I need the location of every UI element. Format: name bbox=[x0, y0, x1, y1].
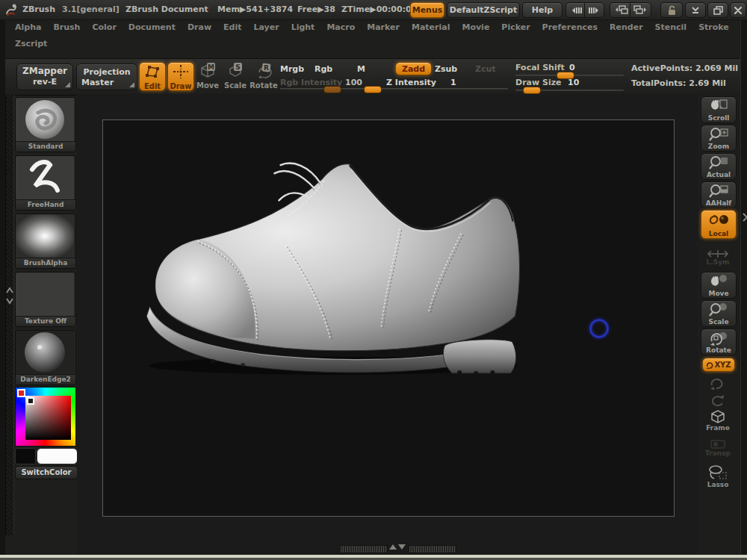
zmapper-button[interactable]: ZMapper rev-E bbox=[16, 63, 73, 90]
sv-selector[interactable] bbox=[27, 397, 34, 405]
secondary-color-swatch[interactable] bbox=[37, 448, 78, 464]
xyz-button[interactable]: XYZ bbox=[702, 358, 735, 372]
menu-material[interactable]: Material bbox=[412, 22, 450, 34]
restore-button[interactable] bbox=[707, 2, 728, 18]
right-shelf: Scroll Zoom Actual AAHalf bbox=[699, 94, 740, 556]
canvas-scroll-down-icon[interactable] bbox=[398, 544, 406, 550]
rgb-intensity-slider-handle[interactable] bbox=[323, 86, 341, 93]
scroll-label: Scroll bbox=[708, 114, 730, 122]
intensity-slider-track[interactable] bbox=[280, 88, 508, 90]
rgb-toggle[interactable]: Rgb bbox=[314, 64, 332, 74]
left-tray-divider[interactable] bbox=[5, 95, 14, 535]
menu-macro[interactable]: Macro bbox=[326, 22, 355, 34]
draw-button[interactable]: Draw bbox=[167, 62, 194, 91]
actual-button[interactable]: Actual bbox=[701, 153, 737, 180]
projection-master-button[interactable]: Projection Master bbox=[76, 63, 137, 90]
color-picker[interactable] bbox=[15, 387, 76, 447]
move-button[interactable]: M Move bbox=[196, 62, 220, 90]
dock-move-button[interactable]: Move bbox=[701, 272, 737, 299]
main-color-swatch[interactable] bbox=[15, 448, 36, 464]
alpha-thumbnail bbox=[16, 214, 74, 258]
menu-preferences[interactable]: Preferences bbox=[542, 22, 598, 34]
menu-color[interactable]: Color bbox=[92, 22, 116, 34]
menu-picker[interactable]: Picker bbox=[501, 22, 530, 34]
default-zscript-button[interactable]: DefaultZScript bbox=[447, 2, 520, 18]
scale-button[interactable]: S Scale bbox=[223, 62, 247, 90]
material-thumbnail-darkenedge bbox=[16, 331, 74, 374]
right-tray-divider[interactable] bbox=[740, 19, 747, 555]
menu-bar: Alpha Brush Color Document Draw Edit Lay… bbox=[15, 22, 702, 34]
rotate-button[interactable]: R Rotate bbox=[251, 62, 276, 90]
z-intensity-value: 1 bbox=[450, 78, 456, 87]
zadd-button[interactable]: Zadd bbox=[395, 62, 432, 75]
menu-light[interactable]: Light bbox=[291, 22, 315, 34]
rot-y-icon[interactable] bbox=[710, 376, 725, 390]
draw-size-value: 10 bbox=[568, 78, 579, 87]
palette-scroll-left-button[interactable] bbox=[565, 2, 586, 18]
minimize-button[interactable] bbox=[685, 2, 706, 18]
rgb-intensity-value: 100 bbox=[345, 78, 362, 87]
menus-button[interactable]: Menus bbox=[410, 2, 444, 18]
restore-icon bbox=[713, 6, 723, 15]
material-selector[interactable]: DarkenEdge2 bbox=[15, 330, 76, 385]
scale-label: Scale bbox=[224, 81, 247, 90]
menu-zscript[interactable]: Zscript bbox=[15, 39, 47, 49]
brush-selector[interactable]: Standard bbox=[15, 97, 76, 152]
menu-alpha[interactable]: Alpha bbox=[15, 22, 41, 34]
menu-stroke[interactable]: Stroke bbox=[698, 22, 729, 34]
z-intensity-slider-handle[interactable] bbox=[364, 86, 382, 93]
menu-draw[interactable]: Draw bbox=[187, 22, 211, 34]
menu-stencil[interactable]: Stencil bbox=[655, 22, 687, 34]
menu-edit[interactable]: Edit bbox=[223, 22, 241, 34]
document-title: ZBrush Document bbox=[125, 0, 208, 19]
palette-scroll-right-button[interactable] bbox=[584, 2, 604, 18]
stroke-selector[interactable]: FreeHand bbox=[15, 155, 76, 211]
dock-rotate-button[interactable]: Rotate bbox=[701, 329, 737, 355]
left-tray: Standard FreeHand BrushAlpha Texture Off bbox=[15, 96, 78, 536]
lasso-icon bbox=[708, 464, 728, 481]
canvas-scrollbar-left[interactable] bbox=[340, 545, 388, 553]
draw-size-slider-handle[interactable] bbox=[523, 87, 541, 94]
frame-button[interactable]: Frame bbox=[701, 408, 735, 432]
aahalf-button[interactable]: AAHalf bbox=[701, 181, 737, 208]
edit-button[interactable]: Edit bbox=[139, 62, 166, 91]
window-cycle-left-button[interactable] bbox=[610, 2, 631, 18]
canvas-scroll-arrows[interactable] bbox=[389, 544, 406, 550]
canvas-scroll-up-icon[interactable] bbox=[389, 544, 397, 550]
menu-brush[interactable]: Brush bbox=[53, 22, 80, 34]
zcut-toggle[interactable]: Zcut bbox=[475, 64, 496, 74]
hue-selector[interactable] bbox=[17, 389, 25, 397]
menu-layer[interactable]: Layer bbox=[253, 22, 279, 34]
switch-color-button[interactable]: SwitchColor bbox=[15, 466, 78, 479]
menu-movie[interactable]: Movie bbox=[462, 22, 489, 34]
close-button[interactable] bbox=[730, 2, 746, 18]
lsym-label: L.Sym bbox=[707, 258, 730, 266]
rot-z-icon[interactable] bbox=[710, 394, 725, 408]
move-label: Move bbox=[196, 81, 219, 90]
aahalf-label: AAHalf bbox=[706, 199, 732, 208]
transp-button[interactable]: Transp bbox=[701, 436, 735, 457]
zoom-button[interactable]: Zoom bbox=[701, 125, 737, 152]
lsym-button[interactable]: L.Sym bbox=[701, 246, 735, 266]
lasso-button[interactable]: Lasso bbox=[701, 463, 735, 488]
local-button[interactable]: Local bbox=[701, 210, 737, 239]
menu-marker[interactable]: Marker bbox=[367, 22, 400, 34]
dock-scale-button[interactable]: Scale bbox=[701, 300, 737, 327]
window-cycle-right-button[interactable] bbox=[630, 2, 651, 18]
zsub-toggle[interactable]: Zsub bbox=[435, 64, 457, 74]
menu-document[interactable]: Document bbox=[128, 22, 176, 34]
mrgb-toggle[interactable]: Mrgb bbox=[280, 64, 304, 74]
m-toggle[interactable]: M bbox=[357, 64, 365, 74]
projection-master-expand-icon bbox=[129, 82, 134, 87]
transp-icon bbox=[710, 439, 726, 449]
texture-selector[interactable]: Texture Off bbox=[15, 272, 76, 327]
document-canvas[interactable] bbox=[77, 94, 698, 556]
lock-button[interactable] bbox=[660, 2, 683, 18]
menu-render[interactable]: Render bbox=[610, 22, 643, 34]
help-button[interactable]: Help bbox=[522, 2, 562, 18]
scroll-button[interactable]: Scroll bbox=[701, 96, 737, 123]
xyz-rotate-icon bbox=[706, 361, 713, 369]
alpha-selector[interactable]: BrushAlpha bbox=[15, 214, 76, 269]
move-cube-icon: M bbox=[199, 62, 217, 78]
canvas-scrollbar-right[interactable] bbox=[409, 545, 456, 553]
